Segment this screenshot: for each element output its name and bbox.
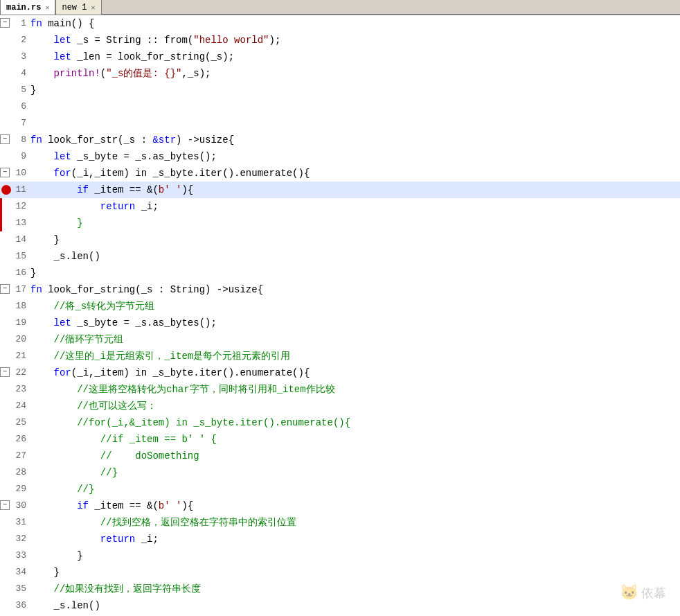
gutter-21: 21: [0, 348, 30, 364]
tab-main-rs-label: main.rs: [6, 3, 41, 12]
gutter-3: 3: [0, 49, 30, 65]
codeline-21: //这里的_i是元组索引，_item是每个元祖元素的引用: [30, 348, 680, 364]
code-line-1: − 1 fn main() {: [0, 15, 680, 32]
code-line-31: 31 //找到空格，返回空格在字符串中的索引位置: [0, 514, 680, 531]
linenum-19: 19: [15, 315, 26, 331]
code-area[interactable]: − 1 fn main() { 2 let _s = String :: fro…: [0, 15, 680, 616]
code-line-29: 29 //}: [0, 481, 680, 498]
code-line-36: 36 _s.len(): [0, 597, 680, 614]
linenum-26: 26: [15, 431, 26, 448]
code-line-2: 2 let _s = String :: from("hello world")…: [0, 32, 680, 49]
linenum-2: 2: [21, 32, 26, 49]
gutter-26: 26: [0, 431, 30, 448]
linenum-1: 1: [21, 15, 26, 32]
linenum-8: 8: [21, 132, 26, 148]
code-line-34: 34 }: [0, 564, 680, 581]
codeline-1: fn main() {: [30, 15, 680, 32]
tab-main-rs[interactable]: main.rs ✕: [0, 0, 55, 15]
linenum-6: 6: [21, 98, 26, 115]
code-line-22: − 22 for(_i,_item) in _s_byte.iter().enu…: [0, 364, 680, 381]
tab-new-1[interactable]: new 1 ✕: [55, 0, 101, 15]
tab-main-rs-close[interactable]: ✕: [45, 3, 49, 12]
codeline-30: if _item == &(b' '){: [30, 498, 680, 514]
codeline-2: let _s = String :: from("hello world");: [30, 32, 680, 49]
gutter-15: 15: [0, 248, 30, 265]
code-line-9: 9 let _s_byte = _s.as_bytes();: [0, 148, 680, 165]
codeline-34: }: [30, 564, 680, 581]
code-line-19: 19 let _s_byte = _s.as_bytes();: [0, 315, 680, 331]
codeline-14: }: [30, 231, 680, 248]
codeline-35: //如果没有找到，返回字符串长度: [30, 581, 680, 597]
codeline-4: println!("_s的值是: {}",_s);: [30, 65, 680, 82]
codeline-17: fn look_for_string(_s : String) ->usize{: [30, 281, 680, 298]
codeline-10: for(_i,_item) in _s_byte.iter().enumerat…: [30, 165, 680, 182]
fold-icon-8[interactable]: −: [0, 134, 10, 144]
linenum-32: 32: [15, 531, 26, 547]
code-line-30: − 30 if _item == &(b' '){: [0, 498, 680, 514]
gutter-13: 13: [0, 215, 30, 231]
linenum-35: 35: [15, 581, 26, 597]
linenum-29: 29: [15, 481, 26, 498]
code-line-13: 13 }: [0, 215, 680, 231]
linenum-3: 3: [21, 49, 26, 65]
fold-icon-10[interactable]: −: [0, 168, 10, 177]
gutter-8: − 8: [0, 132, 30, 148]
code-line-25: 25 //for(_i,&_item) in _s_byte.iter().en…: [0, 414, 680, 431]
code-line-28: 28 //}: [0, 464, 680, 481]
gutter-5: 5: [0, 82, 30, 98]
gutter-2: 2: [0, 32, 30, 49]
gutter-23: 23: [0, 381, 30, 398]
gutter-36: 36: [0, 597, 30, 614]
gutter-12: 12: [0, 198, 30, 215]
tab-new-1-close[interactable]: ✕: [91, 3, 95, 12]
fold-icon-22[interactable]: −: [0, 367, 10, 377]
linenum-30: 30: [15, 498, 26, 514]
code-line-6: 6: [0, 98, 680, 115]
linenum-17: 17: [15, 281, 26, 298]
linenum-18: 18: [15, 298, 26, 315]
codeline-12: return _i;: [30, 198, 680, 215]
codeline-5: }: [30, 82, 680, 98]
linenum-34: 34: [15, 564, 26, 581]
gutter-4: 4: [0, 65, 30, 82]
codeline-8: fn look_for_str(_s : &str) ->usize{: [30, 132, 680, 148]
codeline-16: }: [30, 265, 680, 281]
codeline-26: //if _item == b' ' {: [30, 431, 680, 448]
codeline-11: if _item == &(b' '){: [30, 182, 680, 198]
gutter-33: 33: [0, 547, 30, 564]
codeline-19: let _s_byte = _s.as_bytes();: [30, 315, 680, 331]
linenum-7: 7: [21, 115, 26, 132]
fold-icon-30[interactable]: −: [0, 500, 10, 510]
linenum-9: 9: [21, 148, 26, 165]
gutter-35: 35: [0, 581, 30, 597]
gutter-10: − 10: [0, 165, 30, 182]
codeline-15: _s.len(): [30, 248, 680, 265]
gutter-24: 24: [0, 398, 30, 414]
gutter-28: 28: [0, 464, 30, 481]
codeline-36: _s.len(): [30, 597, 680, 614]
codeline-27: // doSomething: [30, 448, 680, 464]
linenum-25: 25: [15, 414, 26, 431]
watermark: 🐱 依幕: [620, 583, 666, 602]
code-line-33: 33 }: [0, 547, 680, 564]
gutter-17: − 17: [0, 281, 30, 298]
linenum-15: 15: [15, 248, 26, 265]
code-line-16: 16 }: [0, 265, 680, 281]
linenum-31: 31: [15, 514, 26, 531]
code-line-12: 12 return _i;: [0, 198, 680, 215]
tab-bar: main.rs ✕ new 1 ✕: [0, 0, 680, 15]
fold-icon-17[interactable]: −: [0, 284, 10, 294]
linenum-28: 28: [15, 464, 26, 481]
gutter-6: 6: [0, 98, 30, 115]
code-line-14: 14 }: [0, 231, 680, 248]
codeline-31: //找到空格，返回空格在字符串中的索引位置: [30, 514, 680, 531]
fold-icon-1[interactable]: −: [0, 18, 10, 28]
breakpoint-dot-11[interactable]: [1, 185, 11, 195]
tab-new-1-label: new 1: [62, 3, 87, 12]
code-line-26: 26 //if _item == b' ' {: [0, 431, 680, 448]
gutter-34: 34: [0, 564, 30, 581]
linenum-12: 12: [15, 198, 26, 215]
code-line-10: − 10 for(_i,_item) in _s_byte.iter().enu…: [0, 165, 680, 182]
linenum-20: 20: [15, 331, 26, 348]
linenum-33: 33: [15, 547, 26, 564]
